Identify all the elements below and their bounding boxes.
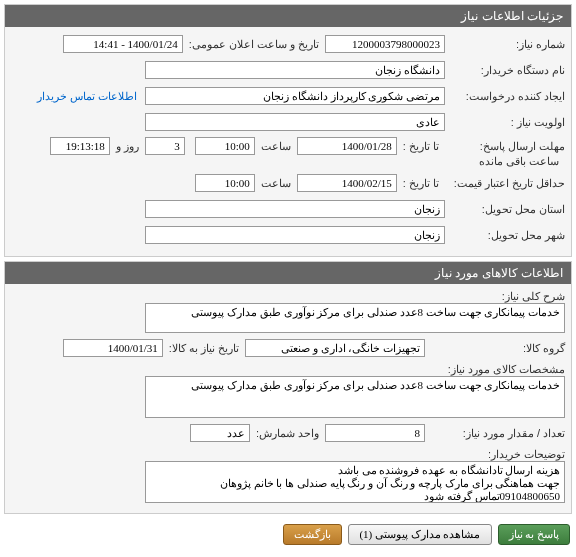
city-input[interactable] xyxy=(145,226,445,244)
spec-textarea[interactable] xyxy=(145,376,565,418)
buyer-label: نام دستگاه خریدار: xyxy=(445,64,565,77)
desc-label: شرح کلی نیاز: xyxy=(425,290,565,303)
respond-button[interactable]: پاسخ به نیاز xyxy=(498,524,571,545)
deadline-label: مهلت ارسال پاسخ: xyxy=(445,140,565,153)
requester-input[interactable] xyxy=(145,87,445,105)
goods-date-input[interactable] xyxy=(63,339,163,357)
buyer-input[interactable] xyxy=(145,61,445,79)
validity-label: حداقل تاریخ اعتبار قیمت: xyxy=(445,177,565,190)
req-no-label: شماره نیاز: xyxy=(445,38,565,51)
city-label: شهر محل تحویل: xyxy=(445,229,565,242)
button-bar: پاسخ به نیاز مشاهده مدارک پیوستی (1) باز… xyxy=(0,518,576,551)
deadline-time-label: ساعت xyxy=(255,140,297,153)
deadline-date-input[interactable] xyxy=(297,137,397,155)
group-label: گروه کالا: xyxy=(425,342,565,355)
spec-label: مشخصات کالای مورد نیاز: xyxy=(425,363,565,376)
remaining-time-input[interactable] xyxy=(50,137,110,155)
unit-label: واحد شمارش: xyxy=(250,427,325,440)
validity-time-input[interactable] xyxy=(195,174,255,192)
priority-label: اولویت نیاز : xyxy=(445,116,565,129)
validity-date-input[interactable] xyxy=(297,174,397,192)
priority-input[interactable] xyxy=(145,113,445,131)
panel2-header: اطلاعات کالاهای مورد نیاز xyxy=(5,262,571,284)
qty-label: تعداد / مقدار مورد نیاز: xyxy=(425,427,565,440)
goods-date-label: تاریخ نیاز به کالا: xyxy=(163,342,245,355)
validity-time-label: ساعت xyxy=(255,177,297,190)
province-label: استان محل تحویل: xyxy=(445,203,565,216)
group-input[interactable] xyxy=(245,339,425,357)
buyer-contact-link[interactable]: اطلاعات تماس خریدار xyxy=(37,90,145,103)
need-details-panel: جزئیات اطلاعات نیاز شماره نیاز: تاریخ و … xyxy=(4,4,572,257)
goods-info-panel: اطلاعات کالاهای مورد نیاز شرح کلی نیاز: … xyxy=(4,261,572,514)
days-label: روز و xyxy=(110,140,145,153)
public-date-label: تاریخ و ساعت اعلان عمومی: xyxy=(183,38,325,51)
requester-label: ایجاد کننده درخواست: xyxy=(445,90,565,103)
notes-textarea[interactable] xyxy=(145,461,565,503)
remaining-days-input[interactable] xyxy=(145,137,185,155)
remaining-suffix: ساعت باقی مانده xyxy=(473,155,565,168)
panel1-header: جزئیات اطلاعات نیاز xyxy=(5,5,571,27)
req-no-input[interactable] xyxy=(325,35,445,53)
until-label: تا تاریخ : xyxy=(397,140,445,153)
public-date-input[interactable] xyxy=(63,35,183,53)
unit-input[interactable] xyxy=(190,424,250,442)
province-input[interactable] xyxy=(145,200,445,218)
desc-textarea[interactable] xyxy=(145,303,565,333)
validity-until-label: تا تاریخ : xyxy=(397,177,445,190)
view-attachments-button[interactable]: مشاهده مدارک پیوستی (1) xyxy=(348,524,491,545)
deadline-time-input[interactable] xyxy=(195,137,255,155)
notes-label: توضیحات خریدار: xyxy=(425,448,565,461)
qty-input[interactable] xyxy=(325,424,425,442)
back-button[interactable]: بازگشت xyxy=(283,524,342,545)
